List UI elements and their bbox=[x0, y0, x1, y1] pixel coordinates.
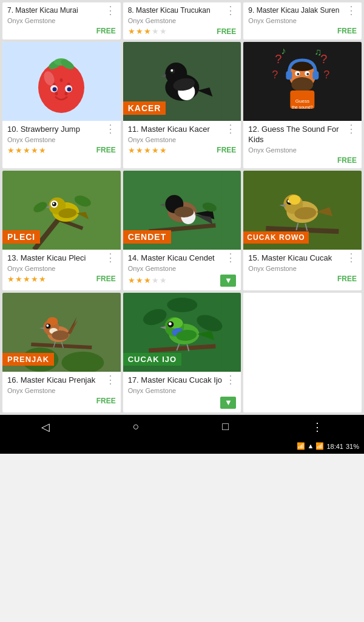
app-card-17[interactable]: CUCAK IJO 17. Master Kicau Cucak Ijo ⋮ O… bbox=[123, 293, 241, 412]
app-grid: 10. Strawberry Jump ⋮ Onyx Gemstone ★★★★… bbox=[0, 39, 364, 415]
app-dev-7: Onyx Gemstone bbox=[7, 17, 116, 24]
app-badge-12: FREE bbox=[337, 156, 357, 165]
app-menu-12[interactable]: ⋮ bbox=[346, 123, 357, 134]
app-badge-15: FREE bbox=[337, 275, 357, 283]
app-card-8[interactable]: 8. Master Kicau Trucukan ⋮ Onyx Gemstone… bbox=[123, 2, 241, 39]
app-badge-10: FREE bbox=[96, 146, 116, 154]
navbar: ◁ ○ □ ⋮ bbox=[0, 415, 364, 439]
app-title-13: 13. Master Kicau Pleci bbox=[7, 253, 103, 264]
app-title-15: 15. Master Kicau Cucak bbox=[248, 253, 343, 264]
app-card-11[interactable]: KACER 11. Master Kicau Kacer ⋮ Onyx Gems… bbox=[123, 42, 241, 168]
svg-point-5 bbox=[65, 92, 68, 95]
svg-point-47 bbox=[53, 202, 55, 204]
app-stars-14: ★★★★★ bbox=[128, 276, 167, 285]
app-menu-7[interactable]: ⋮ bbox=[105, 5, 116, 16]
app-dev-10: Onyx Gemstone bbox=[7, 136, 116, 143]
svg-point-19 bbox=[170, 69, 173, 72]
partial-row: 7. Master Kicau Murai ⋮ Onyx Gemstone FR… bbox=[0, 0, 364, 39]
app-img-10 bbox=[2, 42, 121, 121]
app-dev-14: Onyx Gemstone bbox=[128, 265, 237, 272]
app-img-13: PLECI bbox=[2, 171, 121, 250]
app-stars-11: ★★★★★ bbox=[128, 146, 167, 155]
app-overlay-15: CUCAK ROWO bbox=[243, 231, 308, 244]
menu-button[interactable]: ⋮ bbox=[312, 420, 323, 434]
app-menu-13[interactable]: ⋮ bbox=[105, 252, 116, 263]
app-badge-7: FREE bbox=[96, 27, 116, 35]
app-badge-17: ▼ bbox=[220, 397, 236, 409]
app-badge-9: FREE bbox=[337, 27, 357, 35]
app-menu-15[interactable]: ⋮ bbox=[346, 252, 357, 263]
app-card-7[interactable]: 7. Master Kicau Murai ⋮ Onyx Gemstone FR… bbox=[2, 2, 121, 39]
app-menu-11[interactable]: ⋮ bbox=[225, 123, 236, 134]
svg-point-94 bbox=[168, 322, 171, 325]
svg-point-67 bbox=[289, 195, 301, 205]
empty-slot bbox=[243, 293, 362, 412]
app-title-7: 7. Master Kicau Murai bbox=[7, 6, 105, 16]
svg-rect-59 bbox=[167, 200, 182, 207]
svg-point-12 bbox=[67, 87, 72, 92]
app-card-10[interactable]: 10. Strawberry Jump ⋮ Onyx Gemstone ★★★★… bbox=[2, 42, 121, 168]
svg-rect-30 bbox=[313, 71, 319, 80]
svg-text:♫: ♫ bbox=[315, 47, 322, 57]
app-img-15: CUCAK ROWO bbox=[243, 171, 362, 250]
app-title-8: 8. Master Kicau Trucukan bbox=[128, 6, 226, 16]
svg-point-58 bbox=[174, 207, 194, 217]
app-card-9[interactable]: 9. Master Kicau Jalak Suren ⋮ Onyx Gemst… bbox=[243, 2, 362, 39]
app-overlay-13: PLECI bbox=[2, 230, 40, 244]
app-badge-14: ▼ bbox=[220, 275, 236, 287]
app-title-14: 14. Master Kicau Cendet bbox=[128, 253, 223, 264]
svg-text:Guess: Guess bbox=[295, 98, 309, 104]
app-stars-10: ★★★★★ bbox=[7, 146, 46, 155]
svg-point-23 bbox=[292, 77, 314, 92]
statusbar: 📶 ▲ 📶 18:41 31% bbox=[0, 439, 364, 454]
app-dev-17: Onyx Gemstone bbox=[128, 387, 237, 394]
app-stars-8: ★★★★★ bbox=[128, 27, 167, 36]
app-menu-8[interactable]: ⋮ bbox=[225, 5, 236, 16]
app-dev-15: Onyx Gemstone bbox=[248, 265, 357, 272]
app-badge-11: FREE bbox=[217, 146, 236, 154]
svg-point-4 bbox=[55, 92, 58, 95]
app-title-12: 12. Guess The Sound For Kids bbox=[248, 125, 343, 145]
app-img-12: Guess the sound? ? ? ? ? ♪ ♫ bbox=[243, 42, 362, 121]
app-menu-16[interactable]: ⋮ bbox=[105, 374, 116, 385]
home-button[interactable]: ○ bbox=[133, 420, 140, 433]
back-button[interactable]: ◁ bbox=[41, 420, 50, 434]
app-menu-14[interactable]: ⋮ bbox=[225, 252, 236, 263]
app-overlay-14: CENDET bbox=[123, 230, 172, 244]
recents-button[interactable]: □ bbox=[222, 420, 229, 433]
svg-point-81 bbox=[52, 330, 69, 340]
app-img-17: CUCAK IJO bbox=[123, 293, 241, 372]
app-menu-10[interactable]: ⋮ bbox=[105, 123, 116, 134]
app-title-9: 9. Master Kicau Jalak Suren bbox=[248, 6, 346, 16]
svg-point-79 bbox=[46, 324, 49, 327]
app-card-13[interactable]: PLECI 13. Master Kicau Pleci ⋮ Onyx Gems… bbox=[2, 171, 121, 290]
svg-point-0 bbox=[38, 62, 84, 113]
app-badge-8: FREE bbox=[217, 27, 236, 36]
svg-point-2 bbox=[60, 78, 63, 82]
svg-point-11 bbox=[53, 87, 57, 92]
status-time: 18:41 bbox=[326, 443, 343, 450]
app-stars-13: ★★★★★ bbox=[7, 275, 46, 284]
app-dev-8: Onyx Gemstone bbox=[128, 17, 237, 24]
app-badge-16: FREE bbox=[96, 397, 116, 405]
app-card-14[interactable]: CENDET 14. Master Kicau Cendet ⋮ Onyx Ge… bbox=[123, 171, 241, 290]
app-badge-13: FREE bbox=[96, 275, 116, 283]
app-dev-9: Onyx Gemstone bbox=[248, 17, 357, 24]
app-overlay-11: KACER bbox=[123, 101, 166, 115]
app-title-16: 16. Master Kicau Prenjak bbox=[7, 375, 103, 386]
app-card-15[interactable]: CUCAK ROWO 15. Master Kicau Cucak ⋮ Onyx… bbox=[243, 171, 362, 290]
app-title-11: 11. Master Kicau Kacer bbox=[128, 125, 223, 135]
app-dev-13: Onyx Gemstone bbox=[7, 265, 116, 272]
app-menu-9[interactable]: ⋮ bbox=[346, 5, 357, 16]
app-overlay-16: PRENJAK bbox=[2, 353, 54, 366]
app-card-12[interactable]: Guess the sound? ? ? ? ? ♪ ♫ 12. Guess T… bbox=[243, 42, 362, 168]
status-battery: 31% bbox=[346, 443, 359, 450]
app-img-11: KACER bbox=[123, 42, 241, 121]
app-card-16[interactable]: PRENJAK 16. Master Kicau Prenjak ⋮ Onyx … bbox=[2, 293, 121, 412]
svg-point-27 bbox=[297, 73, 300, 75]
svg-text:?: ? bbox=[272, 69, 278, 81]
status-icons: 📶 ▲ 📶 bbox=[297, 442, 324, 450]
svg-text:?: ? bbox=[324, 69, 330, 81]
app-menu-17[interactable]: ⋮ bbox=[225, 374, 236, 385]
app-title-10: 10. Strawberry Jump bbox=[7, 125, 103, 135]
